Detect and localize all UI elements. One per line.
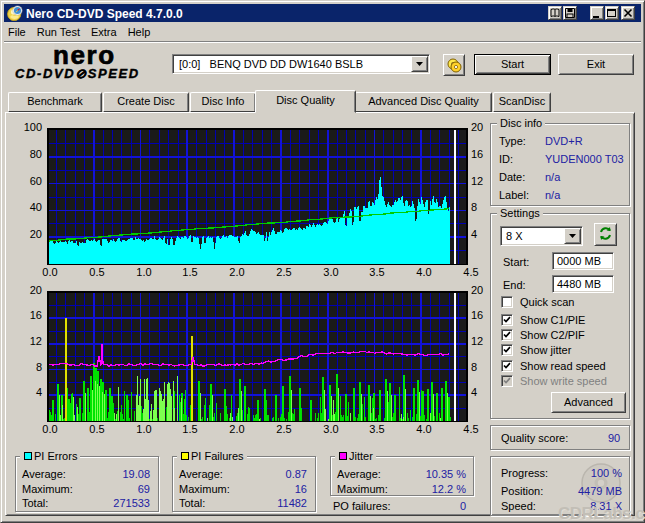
svg-text:2.5: 2.5 (276, 266, 291, 278)
svg-text:20: 20 (471, 284, 483, 296)
svg-text:20: 20 (471, 121, 483, 133)
svg-text:3.0: 3.0 (323, 423, 338, 435)
svg-text:8: 8 (471, 361, 477, 373)
svg-text:12: 12 (471, 175, 483, 187)
svg-text:100: 100 (24, 121, 42, 133)
svg-text:8: 8 (471, 201, 477, 213)
svg-text:4.5: 4.5 (463, 423, 478, 435)
svg-text:16: 16 (471, 309, 483, 321)
svg-text:1.5: 1.5 (182, 266, 197, 278)
svg-text:12: 12 (30, 335, 42, 347)
svg-text:4.0: 4.0 (416, 423, 431, 435)
svg-text:4: 4 (36, 386, 42, 398)
svg-text:3.5: 3.5 (369, 266, 384, 278)
svg-text:4.5: 4.5 (463, 266, 478, 278)
svg-text:3.5: 3.5 (369, 423, 384, 435)
svg-text:3.0: 3.0 (323, 266, 338, 278)
svg-text:1.5: 1.5 (182, 423, 197, 435)
svg-text:16: 16 (471, 148, 483, 160)
svg-text:0.0: 0.0 (42, 266, 57, 278)
svg-text:2.5: 2.5 (276, 423, 291, 435)
svg-text:2.0: 2.0 (229, 423, 244, 435)
svg-text:4.0: 4.0 (416, 266, 431, 278)
svg-text:4: 4 (471, 386, 477, 398)
svg-text:4: 4 (471, 228, 477, 240)
svg-text:2.0: 2.0 (229, 266, 244, 278)
svg-text:80: 80 (30, 148, 42, 160)
svg-text:16: 16 (30, 309, 42, 321)
svg-text:1.0: 1.0 (136, 266, 151, 278)
svg-text:0.5: 0.5 (89, 266, 104, 278)
svg-text:8: 8 (36, 361, 42, 373)
svg-text:12: 12 (471, 335, 483, 347)
svg-text:40: 40 (30, 201, 42, 213)
svg-text:1.0: 1.0 (136, 423, 151, 435)
svg-text:0.0: 0.0 (42, 423, 57, 435)
svg-text:0.5: 0.5 (89, 423, 104, 435)
svg-text:20: 20 (30, 284, 42, 296)
svg-text:60: 60 (30, 175, 42, 187)
svg-text:20: 20 (30, 228, 42, 240)
